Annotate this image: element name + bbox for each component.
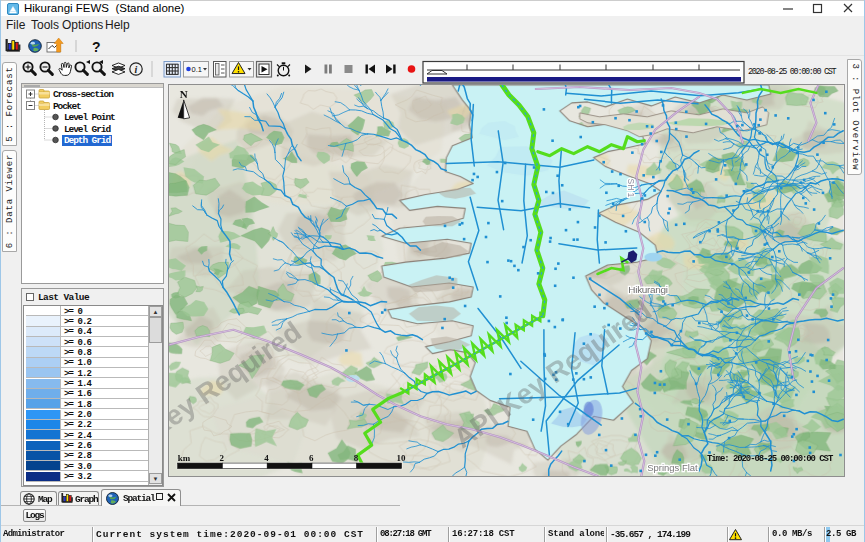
svg-text:2020-08-25 00:00:00 CST: 2020-08-25 00:00:00 CST [748, 67, 837, 77]
svg-text:2: 2 [219, 453, 224, 463]
svg-text:Springs Flat: Springs Flat [647, 462, 698, 473]
svg-text:Hikurangi: Hikurangi [628, 284, 667, 295]
svg-text:Time: 2020-08-25 00:00:00 CST: Time: 2020-08-25 00:00:00 CST [707, 454, 834, 464]
svg-text:?: ? [92, 39, 101, 55]
svg-text:SH 1: SH 1 [626, 179, 636, 198]
svg-text:i: i [135, 64, 138, 75]
svg-text:km: km [178, 453, 191, 463]
svg-text:6: 6 [309, 453, 314, 463]
svg-text:10: 10 [397, 453, 406, 463]
svg-text:0.1: 0.1 [192, 65, 202, 74]
svg-text:4: 4 [264, 453, 269, 463]
svg-text:8: 8 [354, 453, 359, 463]
svg-text:N: N [180, 88, 188, 100]
